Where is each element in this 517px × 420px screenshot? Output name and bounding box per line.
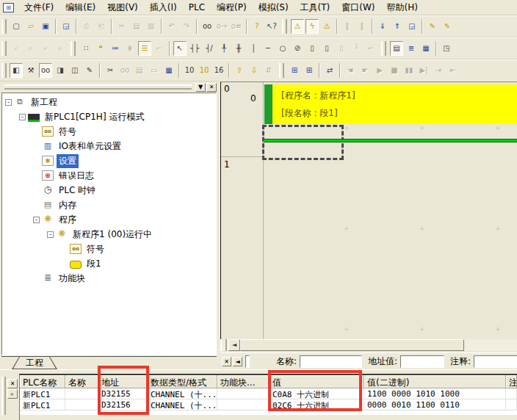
menu-view[interactable]: 视图(V) bbox=[101, 1, 144, 15]
online-edit-icon[interactable]: ✎ bbox=[426, 19, 439, 34]
file-compare-icon[interactable]: ◲ bbox=[59, 19, 73, 34]
toolbar-grip[interactable] bbox=[1, 19, 7, 34]
menu-plc[interactable]: PLC bbox=[183, 1, 211, 15]
monitor-icon[interactable]: ϟ bbox=[306, 19, 319, 34]
new-closed-coil-icon[interactable]: ⊘ bbox=[291, 41, 304, 56]
new-vertical-or-icon[interactable]: ╀ bbox=[217, 41, 231, 56]
name-input[interactable] bbox=[300, 355, 362, 368]
rung-number-0[interactable]: 0 bbox=[224, 84, 230, 94]
monitor-signed-decimal-icon[interactable]: 10 bbox=[198, 63, 211, 78]
rung-annotation-icon[interactable]: ≔ bbox=[109, 41, 122, 56]
close-icon[interactable]: ✕ bbox=[206, 83, 217, 92]
tree-item-section[interactable]: 段1 bbox=[2, 256, 216, 271]
selected-cell-marquee[interactable] bbox=[262, 125, 344, 160]
properties-icon[interactable]: ✎ bbox=[83, 63, 96, 78]
toolbar-grip[interactable] bbox=[70, 41, 76, 56]
menu-simulation[interactable]: 模拟(S) bbox=[253, 1, 294, 15]
quickbar-back-icon[interactable]: ◄ bbox=[233, 357, 242, 366]
transfer-from-plc-icon[interactable]: ⇑ bbox=[391, 19, 404, 34]
tree-item-settings[interactable]: 设置 bbox=[2, 153, 216, 168]
tree-item-project[interactable]: -新工程 bbox=[2, 95, 216, 109]
data-grid-icon[interactable]: ▦ bbox=[419, 41, 433, 56]
menu-tools[interactable]: 工具(T) bbox=[294, 1, 336, 15]
sim-transfer-icon[interactable]: ⇄ bbox=[323, 63, 336, 78]
scroll-left-icon[interactable]: ◄ bbox=[228, 339, 240, 351]
tab-project[interactable]: 工程 bbox=[12, 357, 57, 369]
address-reference-icon[interactable]: ◫ bbox=[68, 63, 82, 78]
io-table-icon[interactable]: ▦ bbox=[162, 63, 176, 78]
watch-cell-comment[interactable] bbox=[506, 388, 517, 399]
watch-column-header[interactable]: 数据类型/格式 bbox=[148, 375, 217, 388]
new-contact-icon[interactable]: ┤├ bbox=[188, 41, 201, 56]
new-coil-icon[interactable]: ○ bbox=[276, 41, 289, 56]
watch-grip[interactable] bbox=[1, 377, 6, 415]
watch-column-header[interactable]: 名称 bbox=[65, 375, 98, 388]
toolbar-grip[interactable] bbox=[282, 19, 287, 34]
vertical-line-icon[interactable]: │ bbox=[247, 41, 260, 56]
monitor-hex-icon[interactable]: 16 bbox=[212, 63, 225, 78]
menu-window[interactable]: 窗口(W) bbox=[336, 1, 380, 15]
compare-with-plc-icon[interactable]: ◲ bbox=[405, 19, 419, 34]
edit-symbols-icon[interactable]: ✂ bbox=[104, 63, 117, 78]
watch-cell-plc[interactable]: 新PLC1 bbox=[20, 388, 65, 399]
toolbar-grip[interactable] bbox=[1, 63, 7, 78]
watch-cell-type[interactable]: CHANNEL (十... bbox=[148, 388, 217, 399]
output-window-icon[interactable]: ⚒ bbox=[24, 63, 37, 78]
open-file-icon[interactable]: ▱ bbox=[24, 19, 37, 34]
rung-number-1[interactable]: 1 bbox=[224, 159, 230, 170]
tree-item-funcblock[interactable]: 功能块 bbox=[2, 271, 216, 286]
address-value-input[interactable] bbox=[400, 355, 444, 368]
sim-online-icon[interactable]: ⊞ bbox=[288, 63, 301, 78]
watch-column-header[interactable]: 值(二进制) bbox=[364, 375, 506, 388]
find-icon[interactable]: oo bbox=[200, 19, 214, 34]
rung-comment-block[interactable]: [程序名 : 新程序1] [段名称 : 段1] bbox=[272, 84, 517, 124]
tree-item-memory[interactable]: 内存 bbox=[2, 198, 216, 212]
expand-toggle[interactable]: - bbox=[47, 231, 54, 238]
new-instruction-set-icon[interactable]: ▯ bbox=[320, 41, 333, 56]
tree-item-symbols[interactable]: 符号 bbox=[2, 124, 216, 139]
watch-window-icon[interactable]: oo bbox=[39, 63, 52, 78]
watch-cell-name[interactable] bbox=[65, 399, 98, 410]
project-window-icon[interactable]: ◧ bbox=[10, 63, 23, 78]
force-on-icon[interactable]: ⇧ bbox=[233, 63, 246, 78]
online-edit-send-icon[interactable]: ✎ bbox=[441, 19, 454, 34]
tree-item-plc[interactable]: -新PLC1[CP1H] 运行模式 bbox=[2, 109, 216, 124]
tree-item-program-running[interactable]: -新程序1 (00)运行中 bbox=[2, 227, 216, 242]
watch-expand-icon[interactable]: ▸ bbox=[7, 389, 18, 399]
tree-item-errorlog[interactable]: 错误日志 bbox=[2, 168, 216, 183]
rung-wrap-icon[interactable]: ☰ bbox=[138, 41, 151, 56]
menu-edit[interactable]: 编辑(E) bbox=[59, 1, 101, 15]
watch-cell-binary[interactable]: 1100 0000 1010 1000 bbox=[364, 388, 506, 399]
expand-toggle[interactable]: - bbox=[33, 217, 40, 223]
expand-toggle[interactable]: - bbox=[5, 99, 12, 106]
watch-column-header[interactable]: 注 bbox=[506, 375, 517, 388]
watch-cell-binary[interactable]: 0000 0010 1100 0110 bbox=[364, 399, 506, 410]
watch-cell-type[interactable]: CHANNEL (十... bbox=[148, 399, 217, 410]
tree-item-program[interactable]: -程序 bbox=[2, 212, 216, 227]
sim-window-icon[interactable]: ⊞ bbox=[303, 63, 316, 78]
save-icon[interactable]: ▣ bbox=[39, 19, 52, 34]
new-closed-vertical-or-icon[interactable]: ╫ bbox=[232, 41, 245, 56]
grid-icon[interactable]: ∷ bbox=[79, 41, 93, 56]
expand-toggle[interactable]: - bbox=[19, 114, 26, 120]
menu-help[interactable]: 帮助(H) bbox=[381, 1, 424, 15]
help-icon[interactable]: ? bbox=[250, 19, 264, 34]
scrollbar-thumb[interactable] bbox=[240, 339, 464, 351]
tree-item-symbols[interactable]: 符号 bbox=[2, 242, 216, 256]
menu-insert[interactable]: 插入(I) bbox=[144, 1, 183, 15]
watch-cell-comment[interactable] bbox=[506, 399, 517, 410]
cross-reference-icon[interactable]: ◨ bbox=[54, 63, 67, 78]
ladder-canvas[interactable]: 0 0 1 [程序名 : 新程序1] [段名称 : 段1] + + + + + … bbox=[220, 82, 517, 339]
tree-item-iotable[interactable]: IO表和单元设置 bbox=[2, 139, 216, 153]
section-view-icon[interactable]: ▤ bbox=[390, 41, 403, 56]
context-help-icon[interactable]: ↖? bbox=[265, 19, 278, 34]
toolbar-grip[interactable] bbox=[279, 63, 284, 78]
force-off-icon[interactable]: ⇩ bbox=[247, 63, 261, 78]
new-file-icon[interactable]: ▢ bbox=[10, 19, 23, 34]
differential-monitor-icon[interactable]: ⚠ bbox=[320, 19, 333, 34]
select-mode-icon[interactable]: ↖ bbox=[173, 41, 187, 56]
menu-program[interactable]: 编程(P) bbox=[211, 1, 253, 15]
work-online-icon[interactable]: ⚠ bbox=[291, 19, 304, 34]
menu-file[interactable]: 文件(F) bbox=[18, 1, 59, 15]
window-edit-icon[interactable]: ◳ bbox=[440, 41, 453, 56]
